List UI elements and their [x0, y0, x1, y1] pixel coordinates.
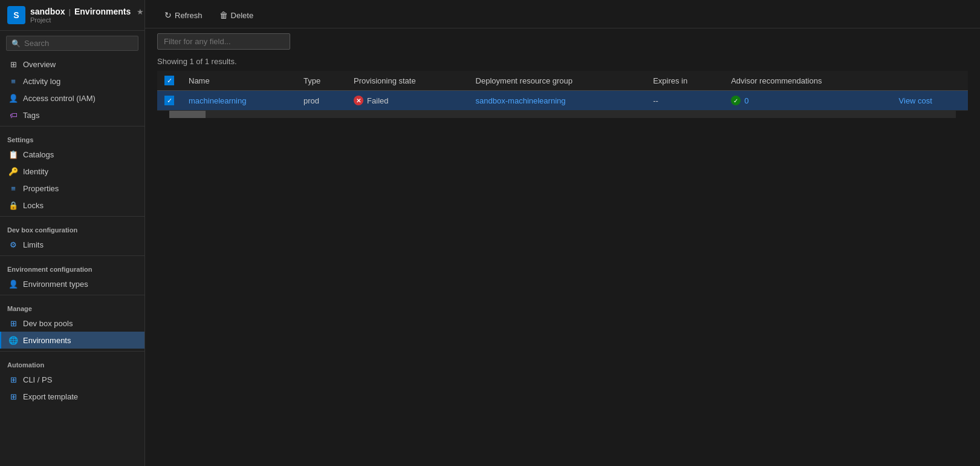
activity-log-icon: ≡ [8, 76, 18, 86]
sidebar-item-label: Tags [23, 111, 39, 120]
row-type: prod [296, 91, 346, 111]
row-deployment-resource-group[interactable]: sandbox-machinelearning [469, 91, 646, 111]
results-info: Showing 1 of 1 results. [145, 54, 980, 71]
horizontal-scrollbar[interactable] [169, 111, 956, 118]
checkmark-icon: ✓ [167, 77, 172, 85]
sidebar-item-label: Properties [23, 184, 59, 193]
advisor-ok-icon: ✓ [731, 96, 741, 105]
main-content: ↻ Refresh 🗑 Delete Showing 1 of 1 result… [145, 0, 980, 466]
delete-label: Delete [231, 11, 254, 20]
sidebar-item-identity[interactable]: 🔑 Identity [0, 163, 144, 180]
col-header-advisor-recommendations: Advisor recommendations [724, 71, 891, 91]
environments-table: ✓ Name Type Provisioning state Deploymen… [157, 71, 968, 111]
sidebar-item-tags[interactable]: 🏷 Tags [0, 107, 144, 123]
header-checkbox-cell: ✓ [157, 71, 181, 91]
search-input[interactable] [24, 39, 133, 48]
col-header-type: Type [296, 71, 346, 91]
divider-automation [0, 351, 144, 352]
sidebar-item-label: Environment types [23, 280, 88, 289]
sidebar-item-catalogs[interactable]: 📋 Catalogs [0, 146, 144, 163]
sidebar-item-environment-types[interactable]: 👤 Environment types [0, 275, 144, 292]
row-checkbox[interactable]: ✓ [164, 96, 174, 105]
col-header-provisioning-state: Provisioning state [346, 71, 469, 91]
sidebar-item-label: Environments [23, 336, 71, 345]
section-label-settings: Settings [0, 129, 144, 146]
delete-button[interactable]: 🗑 Delete [212, 7, 261, 23]
select-all-checkbox[interactable]: ✓ [164, 76, 174, 85]
scrollbar-thumb[interactable] [169, 111, 206, 118]
access-control-icon: 👤 [8, 93, 18, 103]
sidebar-item-label: Access control (IAM) [23, 94, 96, 103]
checkmark-icon: ✓ [167, 97, 172, 105]
sidebar-item-export-template[interactable]: ⊞ Export template [0, 388, 144, 405]
sidebar-item-access-control[interactable]: 👤 Access control (IAM) [0, 90, 144, 107]
view-cost-link[interactable]: View cost [899, 96, 932, 105]
sidebar-item-properties[interactable]: ≡ Properties [0, 180, 144, 197]
star-icon[interactable]: ★ [137, 7, 144, 16]
page-name: Environments [74, 7, 131, 16]
refresh-button[interactable]: ↻ Refresh [157, 7, 210, 23]
row-view-cost[interactable]: View cost [892, 91, 968, 111]
advisor-cell: ✓ 0 [731, 96, 884, 105]
search-box[interactable]: 🔍 [6, 36, 138, 51]
app-subtitle: Project [30, 16, 145, 24]
failed-label: Failed [367, 96, 388, 105]
divider-devbox [0, 216, 144, 217]
sidebar: S sandbox | Environments ★ ··· Project 🔍… [0, 0, 145, 466]
filter-input[interactable] [157, 33, 290, 50]
row-name[interactable]: machinelearning [181, 91, 296, 111]
section-label-envconfig: Environment configuration [0, 258, 144, 275]
identity-icon: 🔑 [8, 166, 18, 176]
search-icon: 🔍 [11, 39, 21, 48]
section-label-manage: Manage [0, 298, 144, 315]
resource-group-link[interactable]: sandbox-machinelearning [476, 96, 566, 105]
cli-icon: ⊞ [8, 375, 18, 384]
sidebar-item-label: Overview [23, 60, 56, 69]
col-header-actions [892, 71, 968, 91]
section-label-devbox: Dev box configuration [0, 219, 144, 236]
sidebar-item-dev-box-pools[interactable]: ⊞ Dev box pools [0, 315, 144, 332]
divider-manage [0, 295, 144, 295]
properties-icon: ≡ [8, 183, 18, 193]
sidebar-header: S sandbox | Environments ★ ··· Project [0, 0, 144, 31]
environment-types-icon: 👤 [8, 279, 18, 289]
sidebar-item-overview[interactable]: ⊞ Overview [0, 56, 144, 73]
row-checkbox-cell: ✓ [157, 91, 181, 111]
table-container: ✓ Name Type Provisioning state Deploymen… [145, 71, 980, 466]
tags-icon: 🏷 [8, 110, 18, 120]
refresh-icon: ↻ [164, 10, 172, 20]
locks-icon: 🔒 [8, 200, 18, 210]
advisor-count-link[interactable]: 0 [744, 96, 748, 105]
limits-icon: ⚙ [8, 240, 18, 249]
status-failed: ✕ Failed [354, 96, 461, 105]
toolbar: ↻ Refresh 🗑 Delete [157, 7, 968, 23]
app-icon: S [7, 6, 25, 24]
refresh-label: Refresh [175, 11, 203, 20]
divider-settings [0, 126, 144, 126]
app-name: sandbox [30, 7, 65, 16]
row-expires-in: -- [646, 91, 724, 111]
sidebar-item-label: Dev box pools [23, 319, 73, 328]
col-header-expires-in: Expires in [646, 71, 724, 91]
environment-name-link[interactable]: machinelearning [189, 96, 246, 105]
results-text: Showing 1 of 1 results. [157, 57, 237, 66]
sidebar-item-label: Locks [23, 201, 44, 210]
environments-icon: 🌐 [8, 335, 18, 345]
separator: | [69, 7, 71, 16]
sidebar-item-locks[interactable]: 🔒 Locks [0, 197, 144, 214]
sidebar-item-cli-ps[interactable]: ⊞ CLI / PS [0, 371, 144, 388]
sidebar-item-label: Limits [23, 240, 44, 249]
sidebar-title: sandbox | Environments ★ ··· Project [30, 7, 145, 24]
export-icon: ⊞ [8, 392, 18, 401]
sidebar-item-environments[interactable]: 🌐 Environments [0, 332, 144, 349]
divider-envconfig [0, 255, 144, 256]
section-label-automation: Automation [0, 354, 144, 371]
sidebar-item-label: Catalogs [23, 150, 54, 159]
col-header-deployment-resource-group: Deployment resource group [469, 71, 646, 91]
sidebar-item-limits[interactable]: ⚙ Limits [0, 236, 144, 253]
overview-icon: ⊞ [8, 59, 18, 69]
filter-bar [145, 28, 980, 54]
sidebar-item-label: Activity log [23, 77, 60, 86]
failed-icon: ✕ [354, 96, 363, 105]
sidebar-item-activity-log[interactable]: ≡ Activity log [0, 73, 144, 90]
